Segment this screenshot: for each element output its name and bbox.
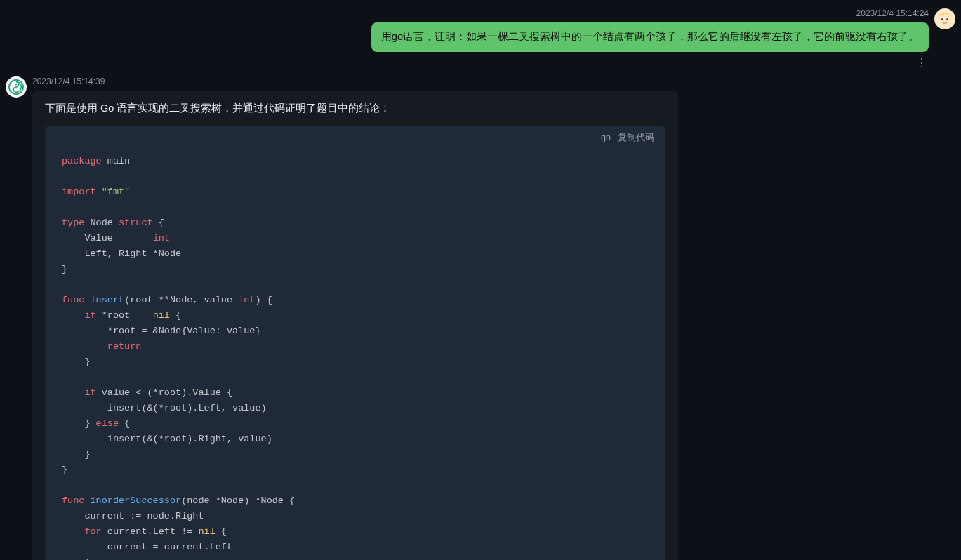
code-body[interactable]: package main import "fmt" type Node stru…	[45, 149, 665, 560]
code-token: Left, Right *Node	[62, 248, 181, 259]
code-token: func	[62, 295, 84, 305]
code-token: {	[216, 526, 227, 537]
user-message-column: 2023/12/4 15:14:24 用go语言，证明：如果一棵二叉搜索树中的一…	[371, 8, 929, 52]
code-token: }	[62, 356, 91, 367]
code-block: go 复制代码 package main import "fmt" type N…	[45, 126, 665, 560]
code-token: type	[62, 218, 84, 228]
user-message-bubble: 用go语言，证明：如果一棵二叉搜索树中的一个结点有两个孩子，那么它的后继没有左孩…	[371, 22, 929, 52]
code-token: ) {	[255, 295, 272, 305]
code-token: *root = &Node{Value: value}	[62, 326, 261, 336]
ai-logo-icon	[8, 79, 24, 95]
code-token: struct	[119, 218, 153, 228]
user-message-row: 2023/12/4 15:14:24 用go语言，证明：如果一棵二叉搜索树中的一…	[0, 6, 961, 52]
chat-container: 2023/12/4 15:14:24 用go语言，证明：如果一棵二叉搜索树中的一…	[0, 0, 961, 560]
code-token: value < (*root).Value {	[96, 387, 232, 398]
code-token: }	[62, 557, 91, 560]
assistant-message-bubble: 下面是使用 Go 语言实现的二叉搜索树，并通过代码证明了题目中的结论： go 复…	[32, 91, 678, 560]
code-token: insert(&(*root).Right, value)	[62, 434, 272, 444]
code-token: Node	[84, 218, 119, 228]
code-token: for	[62, 526, 102, 537]
assistant-timestamp: 2023/12/4 15:14:39	[32, 76, 105, 86]
code-token: {	[153, 218, 164, 228]
code-token: current = current.Left	[62, 542, 232, 552]
copy-code-button[interactable]: 复制代码	[618, 132, 654, 144]
message-actions-row: ⋮	[0, 52, 961, 74]
code-token: nil	[198, 526, 215, 537]
code-token: nil	[153, 310, 170, 321]
code-token: package	[62, 156, 102, 166]
code-token: Value	[62, 233, 153, 244]
code-token: int	[153, 233, 170, 244]
code-token: *root ==	[96, 310, 153, 321]
code-token: {	[170, 310, 181, 321]
code-token: }	[62, 418, 96, 429]
assistant-intro-text: 下面是使用 Go 语言实现的二叉搜索树，并通过代码证明了题目中的结论：	[45, 100, 665, 116]
user-timestamp: 2023/12/4 15:14:24	[856, 8, 929, 18]
code-token: if	[62, 310, 96, 321]
code-token: return	[107, 341, 142, 352]
user-avatar[interactable]	[934, 8, 955, 29]
code-token: int	[238, 295, 255, 305]
code-token: else	[96, 418, 119, 429]
svg-point-1	[941, 18, 943, 20]
svg-point-2	[946, 18, 948, 20]
code-token: (root **Node, value	[124, 295, 238, 305]
code-token: }	[62, 264, 67, 274]
code-token: main	[102, 156, 131, 166]
assistant-message-column: 2023/12/4 15:14:39 下面是使用 Go 语言实现的二叉搜索树，并…	[32, 76, 955, 560]
code-token: }	[62, 449, 91, 460]
boy-face-icon	[936, 10, 954, 28]
assistant-avatar[interactable]	[6, 76, 27, 98]
code-token: current.Left !=	[102, 526, 199, 537]
code-token: current := node.Right	[62, 511, 204, 521]
code-token: insert(&(*root).Left, value)	[62, 403, 267, 413]
svg-point-4	[15, 84, 17, 85]
code-token: func	[62, 495, 84, 506]
code-token: }	[62, 465, 67, 475]
code-token: "fmt"	[96, 187, 131, 197]
assistant-message-row: 2023/12/4 15:14:39 下面是使用 Go 语言实现的二叉搜索树，并…	[0, 74, 961, 560]
code-token: if	[62, 387, 96, 398]
code-token: inorderSuccessor	[84, 495, 181, 506]
code-token: (node *Node) *Node {	[181, 495, 295, 506]
code-token: {	[119, 418, 130, 429]
code-header: go 复制代码	[45, 126, 665, 149]
code-token: import	[62, 187, 96, 197]
code-token	[62, 341, 107, 352]
code-token: insert	[84, 295, 124, 305]
code-language-label: go	[601, 133, 611, 142]
more-vertical-icon[interactable]: ⋮	[916, 56, 927, 69]
